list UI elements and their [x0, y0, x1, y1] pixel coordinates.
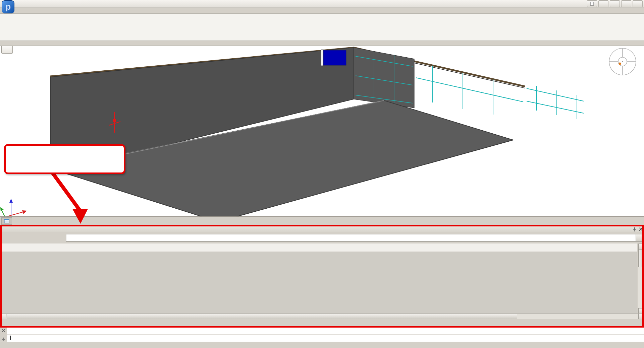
pin-console-icon[interactable] — [2, 337, 5, 341]
scroll-right-icon[interactable] — [638, 314, 644, 320]
model-3d-scene — [0, 46, 644, 216]
doorway — [321, 50, 346, 66]
table-view-button[interactable] — [587, 0, 597, 7]
command-divider — [7, 334, 644, 335]
spec-panel-titlebar[interactable] — [1, 226, 644, 232]
bottom-panel-tabs — [0, 319, 644, 327]
title-bar: p — [0, 0, 644, 8]
end-wall — [354, 48, 414, 108]
command-area[interactable] — [0, 327, 644, 342]
nanocad-logo: p — [2, 0, 14, 13]
close-console-icon[interactable] — [2, 329, 5, 332]
specification-panel — [0, 225, 644, 319]
grid-icon — [590, 2, 594, 6]
combo-dropdown-icon[interactable] — [636, 234, 642, 241]
help-button[interactable] — [598, 0, 608, 7]
spec-table-body[interactable] — [1, 252, 637, 314]
specification-selector[interactable] — [66, 234, 642, 241]
spec-vertical-scrollbar[interactable] — [638, 243, 644, 314]
scroll-down-icon[interactable] — [638, 308, 644, 314]
close-panel-icon[interactable] — [639, 227, 643, 231]
drawing-viewport[interactable] — [0, 46, 644, 216]
hscroll-thumb[interactable] — [7, 314, 517, 319]
spec-toolbar — [1, 233, 2, 242]
scroll-up-icon[interactable] — [638, 244, 644, 250]
layout-list-button[interactable] — [1, 217, 12, 225]
text-caret — [10, 336, 11, 340]
document-tab[interactable] — [1, 46, 13, 54]
close-button[interactable] — [633, 0, 643, 7]
ucs-axis-icon — [0, 199, 27, 216]
specifier-callout — [4, 144, 125, 174]
spec-table-header — [1, 243, 637, 252]
layout-tab-bar — [0, 216, 644, 225]
command-prompt[interactable] — [9, 336, 11, 341]
steel-frame — [416, 66, 584, 119]
ribbon-tab-bar — [15, 7, 644, 13]
pin-icon[interactable] — [632, 227, 637, 231]
nanocad-window: p — [0, 0, 644, 348]
navigation-wheel[interactable] — [609, 48, 636, 75]
scroll-left-icon[interactable] — [1, 314, 6, 320]
minimize-button[interactable] — [610, 0, 620, 7]
status-bar — [0, 342, 644, 348]
sheets-icon — [4, 219, 9, 223]
maximize-button[interactable] — [621, 0, 631, 7]
ribbon — [0, 13, 644, 41]
command-gutter — [0, 328, 7, 342]
vscroll-thumb[interactable] — [638, 249, 644, 267]
